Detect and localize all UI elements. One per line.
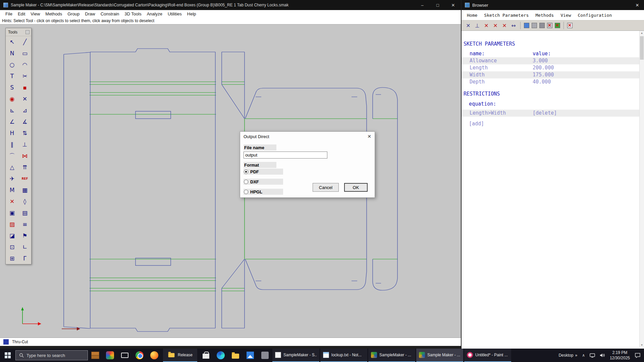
restriction-row-length-width[interactable]: Length>Width[delete] [462, 110, 639, 117]
parameter-row-allowance[interactable]: Allowance3.000 [462, 57, 639, 64]
photos-icon[interactable] [243, 349, 258, 362]
parameter-row-width[interactable]: Width175.000 [462, 71, 639, 78]
taskbar-button-samplemaker-s[interactable]: SampleMaker - S... [272, 349, 319, 362]
format-option-pdf[interactable]: PDF [244, 169, 283, 175]
taskbar-button-sample-maker[interactable]: Sample Maker - ... [416, 349, 463, 362]
line-tool[interactable]: ╱ [18, 36, 31, 48]
add-restriction-button[interactable]: [add] [469, 121, 644, 127]
volume-icon[interactable] [600, 353, 605, 358]
store-icon[interactable] [199, 349, 213, 362]
perpendicular-constraint-icon[interactable]: ⊥ [474, 22, 481, 29]
plane-tool[interactable]: ✈ [6, 173, 18, 184]
file-explorer-icon[interactable] [228, 349, 243, 362]
circle-tool[interactable]: ○ [6, 59, 18, 70]
erase-region-tool[interactable]: ◊ [18, 196, 31, 207]
angular-dim-tool[interactable]: ∡ [18, 116, 31, 127]
browser-menu-sketch-parameters[interactable]: Sketch Parameters [484, 13, 529, 18]
dialog-close-icon[interactable]: ✕ [367, 134, 371, 139]
hatch-tool[interactable]: ▨ [6, 219, 18, 230]
shaded-view-icon[interactable] [532, 23, 537, 28]
fold-3d-icon[interactable]: ✕ [555, 23, 560, 28]
utility-app-icon[interactable] [258, 349, 272, 362]
browser-close-icon[interactable]: ✕ [631, 3, 644, 8]
close-icon[interactable]: ✕ [445, 0, 461, 10]
text-tool[interactable]: T [6, 70, 18, 82]
menu-view[interactable]: View [28, 11, 43, 16]
browser-scrollbar[interactable]: ▲ ▼ [639, 31, 644, 347]
browser-menu-home[interactable]: Home [467, 13, 477, 18]
cancel-button[interactable]: Cancel [313, 183, 339, 192]
palette-close-button[interactable] [25, 30, 30, 34]
delete-tool[interactable]: ✕ [6, 196, 18, 207]
browser-menu-methods[interactable]: Methods [535, 13, 554, 18]
start-button[interactable] [0, 349, 15, 362]
reference-tool[interactable]: REF [18, 173, 31, 184]
menu-constrain[interactable]: Constrain [98, 11, 122, 16]
desktop-toolbar[interactable]: Desktop » [558, 353, 577, 358]
main-titlebar[interactable]: Sample Maker - C:\SM\SampleMaker\Release… [0, 0, 461, 10]
intersection-tool[interactable]: ✕ [18, 93, 31, 105]
taskbar-search-box[interactable]: Type here to search [15, 350, 88, 360]
chrome-icon[interactable] [132, 349, 147, 362]
network-icon[interactable] [590, 353, 595, 358]
taskbar-clock[interactable]: 2:19 PM 12/30/2025 [610, 350, 630, 361]
minimize-icon[interactable]: – [415, 0, 430, 10]
format-option-dxf[interactable]: DXF [244, 179, 283, 185]
delete-constraint-icon[interactable]: ✕ [483, 22, 490, 29]
corner-tool[interactable]: ∟ [18, 241, 31, 253]
parameter-row-length[interactable]: Length200.000 [462, 64, 639, 71]
radio-pdf[interactable] [244, 170, 248, 174]
reset-3d-icon[interactable]: ✕ [567, 23, 573, 28]
browser-titlebar[interactable]: Browser ✕ [462, 0, 644, 10]
aligned-dim-tool[interactable]: ∠ [6, 116, 18, 127]
ok-button[interactable]: OK [344, 183, 368, 192]
wireframe-view-icon[interactable] [539, 23, 545, 28]
paste-object-tool[interactable]: ⊞ [6, 253, 18, 264]
parallel-constraint-tool[interactable]: ∥ [6, 139, 18, 150]
select-tool[interactable]: ↖ [6, 36, 18, 48]
arc-tool[interactable]: ◠ [18, 59, 31, 70]
scroll-up-icon[interactable]: ▲ [640, 32, 644, 35]
perpendicular-constraint-tool[interactable]: ⊥ [18, 139, 31, 150]
parameter-row-depth[interactable]: Depth40.000 [462, 78, 639, 85]
notification-center-icon[interactable] [635, 353, 641, 358]
flag-tool[interactable]: ⚑ [18, 230, 31, 241]
file-name-input[interactable] [244, 152, 327, 159]
offset-tool[interactable]: ⇈ [18, 162, 31, 173]
vertical-constraint-tool[interactable]: ⇅ [18, 127, 31, 139]
tray-overflow-icon[interactable]: ∧ [582, 353, 585, 358]
menu-draw[interactable]: Draw [82, 11, 98, 16]
menu-help[interactable]: Help [184, 11, 199, 16]
delete-selected-constraints-icon[interactable]: ✕ [492, 22, 499, 29]
triangle-tool[interactable]: △ [6, 162, 18, 173]
center-point-tool[interactable]: ◉ [6, 93, 18, 105]
point-tool[interactable]: ▪ [18, 82, 31, 93]
format-option-hpgl[interactable]: HPGL [244, 189, 283, 195]
solid-view-icon[interactable] [524, 23, 529, 28]
rectangle-tool[interactable]: ▭ [18, 48, 31, 59]
task-view-icon[interactable] [117, 349, 132, 362]
box-3d-tool[interactable]: ▣ [6, 207, 18, 219]
dialog-titlebar[interactable]: Output Direct ✕ [240, 132, 375, 141]
curve-tool[interactable]: N [6, 48, 18, 59]
horizontal-dim-tool[interactable]: ⊾ [6, 105, 18, 116]
l-shape-tool[interactable]: Γ [18, 253, 31, 264]
horizontal-constraint-tool[interactable]: H [6, 127, 18, 139]
menu-methods[interactable]: Methods [43, 11, 65, 16]
constraint-toggle-icon[interactable]: ✕ [465, 22, 472, 29]
trim-tool[interactable]: ✂ [18, 70, 31, 82]
menu-3d-tools[interactable]: 3D Tools [122, 11, 144, 16]
radio-hpgl[interactable] [244, 190, 248, 194]
taskbar-button-lockup-txt-not[interactable]: lockup.txt - Not... [320, 349, 367, 362]
disable-3d-icon[interactable]: ✕ [547, 23, 552, 28]
menu-file[interactable]: File [3, 11, 15, 16]
angle-dim-tool[interactable]: ⊿ [18, 105, 31, 116]
browser-menu-view[interactable]: View [560, 13, 571, 18]
menu-group[interactable]: Group [65, 11, 82, 16]
menu-edit[interactable]: Edit [15, 11, 28, 16]
spline-tool[interactable]: S [6, 82, 18, 93]
delete-restriction-button[interactable]: [delete] [533, 110, 557, 117]
delete-all-constraints-icon[interactable]: ✕ [501, 22, 508, 29]
fill-tool[interactable]: ◪ [6, 230, 18, 241]
design-app-icon[interactable] [103, 349, 117, 362]
